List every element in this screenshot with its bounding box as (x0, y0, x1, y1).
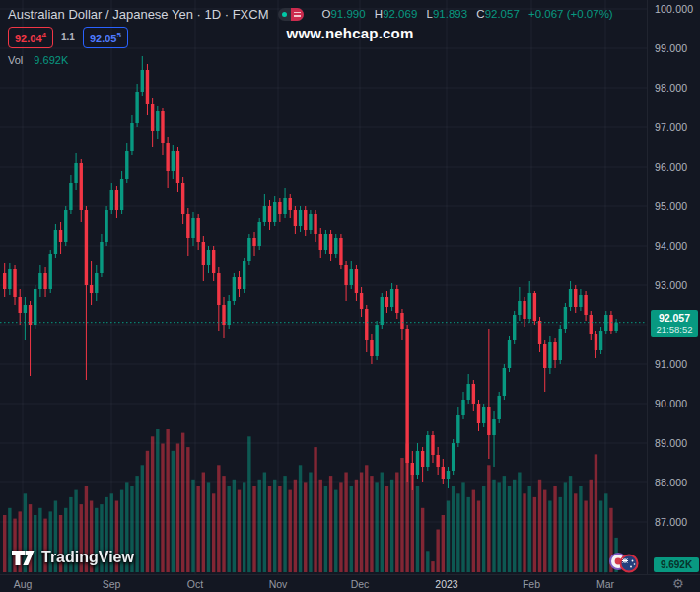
candle-body (74, 163, 77, 183)
time-axis-label: Oct (187, 578, 203, 590)
volume-bar (273, 480, 276, 572)
axis-settings-gear-icon[interactable]: ⚙ (672, 576, 684, 591)
candle-body (130, 123, 133, 151)
price-axis-label: 93.000 (655, 279, 687, 291)
volume-bar (584, 501, 587, 573)
candle-body (518, 301, 521, 315)
candle-body (395, 289, 398, 313)
volume-bar (492, 480, 495, 572)
volume-bar (447, 501, 450, 573)
volume-bar (186, 447, 189, 572)
volume-bar (166, 429, 169, 572)
price-axis-label: 89.000 (655, 437, 687, 449)
candle-body (329, 234, 332, 254)
volume-bar (294, 480, 297, 572)
candle-body (513, 315, 516, 340)
candlestick-chart-canvas[interactable] (0, 0, 647, 574)
volume-bar (227, 486, 230, 572)
volume-bar (196, 486, 199, 572)
volume-bar (355, 480, 358, 572)
candle-body (553, 342, 556, 360)
volume-bar (172, 451, 175, 572)
candle-body (436, 455, 439, 467)
candle-body (334, 238, 337, 254)
candle-body (161, 111, 164, 143)
candle-body (64, 210, 67, 242)
market-status-toggle-icon[interactable] (278, 8, 304, 21)
candle-body (528, 293, 531, 319)
candle-body (319, 234, 322, 250)
volume-bar (233, 480, 236, 572)
candle-body (247, 238, 250, 261)
price-axis-label: 87.000 (655, 516, 687, 528)
candle-body (222, 305, 225, 325)
volume-bar (222, 476, 225, 572)
volume-bar (278, 486, 281, 572)
volume-bar (477, 501, 480, 573)
candle-body (49, 254, 52, 289)
volume-bar (569, 476, 572, 572)
candle-body (299, 210, 302, 226)
volume-bar (181, 433, 184, 572)
volume-bar (370, 476, 373, 572)
volume-bar (436, 530, 439, 573)
volume-bar (390, 480, 393, 572)
candle-body (466, 384, 469, 400)
price-axis[interactable]: 92.057 21:58:52 9.692K 100.00099.00098.0… (647, 0, 700, 574)
candle-body (381, 297, 384, 325)
close-label: C (476, 8, 484, 20)
volume-bar (559, 497, 562, 572)
volume-bar (299, 465, 302, 572)
volume-bar (590, 480, 593, 572)
symbol-title[interactable]: Australian Dollar / Japanese Yen · 1D · … (8, 7, 268, 22)
candle-body (80, 163, 83, 210)
candle-body (186, 214, 189, 238)
volume-value-badge: 9.692K (654, 557, 699, 572)
volume-bar (400, 458, 403, 572)
candle-body (252, 238, 255, 246)
close-value: 92.057 (485, 8, 520, 20)
watermark-text: www.nehcap.com (0, 25, 700, 41)
tradingview-logo-text: TradingView (41, 549, 134, 566)
volume-bar (176, 444, 179, 573)
tradingview-logo-icon (12, 550, 35, 566)
volume-bar (314, 447, 316, 572)
volume-bar (263, 473, 266, 573)
volume-bar (151, 436, 154, 572)
volume-bar (482, 486, 485, 572)
time-axis[interactable]: ⚙ AugSepOctNovDec2023FebMar (0, 574, 700, 592)
candle-body (294, 210, 297, 226)
volume-bar (217, 465, 220, 572)
tradingview-chart-window: 92.057 21:58:52 9.692K 100.00099.00098.0… (0, 0, 700, 592)
candle-body (390, 289, 393, 307)
candle-body (324, 234, 327, 250)
volume-bar (543, 490, 546, 572)
candle-body (350, 269, 353, 285)
candle-body (309, 214, 312, 230)
bar-countdown: 21:58:52 (651, 324, 698, 334)
volume-bar (365, 465, 368, 572)
candle-body (339, 238, 342, 265)
volume-label[interactable]: Vol (8, 54, 23, 66)
volume-bar (329, 476, 332, 572)
candle-body (360, 293, 363, 309)
volume-bar (518, 473, 521, 573)
instrument-flags-icon[interactable] (607, 551, 641, 578)
volume-bar (595, 454, 597, 572)
candle-body (278, 202, 281, 214)
candle-body (411, 463, 414, 475)
tradingview-logo[interactable]: TradingView (12, 549, 134, 566)
candle-body (151, 104, 154, 131)
candle-body (590, 315, 593, 334)
volume-bar (350, 486, 353, 572)
candle-body (110, 190, 113, 210)
candle-body (105, 210, 107, 242)
volume-bar (202, 473, 205, 573)
candle-body (34, 289, 36, 325)
volume-bar (553, 486, 556, 572)
candle-body (289, 198, 292, 210)
candle-body (538, 321, 541, 344)
candle-body (38, 273, 41, 289)
candle-body (207, 250, 210, 265)
candle-body (13, 269, 16, 297)
